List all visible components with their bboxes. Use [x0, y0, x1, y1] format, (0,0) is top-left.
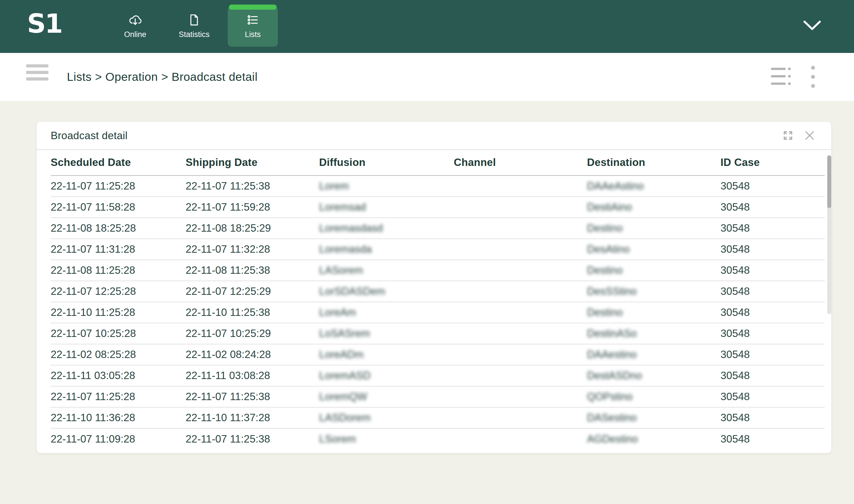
cell-scheduled: 22-11-08 18:25:28: [51, 222, 185, 234]
cell-id-case: 30548: [720, 201, 825, 213]
column-header-channel[interactable]: Channel: [454, 157, 587, 168]
chevron-down-icon[interactable]: [803, 19, 821, 32]
nav-label: Statistics: [179, 30, 210, 39]
nav-label: Lists: [245, 30, 261, 39]
cell-diffusion: Loremasda: [319, 243, 454, 255]
cell-diffusion: LASDorem: [319, 412, 454, 424]
cell-diffusion: LoreADm: [319, 348, 454, 361]
cell-diffusion: LorSDASDem: [319, 285, 454, 298]
table-row[interactable]: 22-11-08 11:25:2822-11-08 11:25:38LASore…: [51, 260, 825, 281]
cell-scheduled: 22-11-07 11:25:28: [51, 391, 185, 403]
menu-toggle-button[interactable]: [26, 64, 48, 84]
cell-id-case: 30548: [720, 180, 825, 192]
table-row[interactable]: 22-11-07 11:25:2822-11-07 11:25:38LoremD…: [51, 176, 825, 197]
cell-id-case: 30548: [720, 391, 825, 403]
cell-scheduled: 22-11-07 11:58:28: [51, 201, 185, 213]
cell-scheduled: 22-11-07 11:09:28: [51, 433, 185, 445]
column-header-scheduled-date[interactable]: Scheduled Date: [51, 157, 185, 168]
cell-id-case: 30548: [720, 412, 825, 424]
cell-id-case: 30548: [720, 348, 825, 361]
cell-scheduled: 22-11-07 10:25:28: [51, 327, 185, 340]
column-header-diffusion[interactable]: Diffusion: [319, 157, 454, 168]
expand-icon[interactable]: [782, 129, 794, 141]
table-row[interactable]: 22-11-11 03:05:2822-11-11 03:08:28LoremA…: [51, 365, 825, 386]
cell-scheduled: 22-11-07 11:31:28: [51, 243, 185, 255]
column-header-destination[interactable]: Destination: [587, 157, 720, 168]
cell-diffusion: LoSASrem: [319, 327, 454, 340]
list-icon: [246, 13, 260, 27]
table-row[interactable]: 22-11-10 11:36:2822-11-10 11:37:28LASDor…: [51, 408, 825, 429]
table-row[interactable]: 22-11-02 08:25:2822-11-02 08:24:28LoreAD…: [51, 344, 825, 365]
cell-shipping: 22-11-07 12:25:29: [185, 285, 319, 298]
column-header-shipping-date[interactable]: Shipping Date: [185, 157, 319, 168]
cell-shipping: 22-11-11 03:08:28: [185, 370, 319, 382]
cell-shipping: 22-11-07 11:59:28: [185, 201, 319, 213]
cell-id-case: 30548: [720, 285, 825, 298]
cell-id-case: 30548: [720, 222, 825, 234]
panel-title: Broadcast detail: [51, 130, 127, 142]
table-header-row: Scheduled Date Shipping Date Diffusion C…: [51, 150, 825, 176]
cell-diffusion: LoremASD: [319, 370, 454, 382]
cell-diffusion: LSorem: [319, 433, 454, 445]
cell-destination: DestASDno: [587, 370, 720, 382]
broadcast-table: Scheduled Date Shipping Date Diffusion C…: [37, 150, 831, 450]
cell-id-case: 30548: [720, 433, 825, 445]
cell-shipping: 22-11-07 11:32:28: [185, 243, 319, 255]
document-icon: [187, 13, 201, 27]
more-options-kebab-button[interactable]: [811, 65, 815, 89]
cell-destination: QOPstino: [587, 391, 720, 403]
cell-id-case: 30548: [720, 370, 825, 382]
cell-shipping: 22-11-10 11:25:38: [185, 306, 319, 319]
nav-label: Online: [124, 30, 146, 39]
breadcrumb-bar: Lists > Operation > Broadcast detail: [0, 53, 854, 101]
main-content: Broadcast detail Scheduled Date Shipping…: [0, 101, 854, 504]
active-tab-indicator: [229, 4, 277, 10]
cell-scheduled: 22-11-10 11:36:28: [51, 412, 185, 424]
cell-scheduled: 22-11-02 08:25:28: [51, 348, 185, 361]
cell-destination: Destino: [587, 222, 720, 234]
cell-destination: DAAestino: [587, 348, 720, 361]
panel-header: Broadcast detail: [37, 122, 831, 150]
cell-destination: AGDestino: [587, 433, 720, 445]
table-row[interactable]: 22-11-07 11:09:2822-11-07 11:25:38LSorem…: [51, 429, 825, 450]
cell-destination: Destino: [587, 264, 720, 276]
cell-scheduled: 22-11-08 11:25:28: [51, 264, 185, 276]
cell-diffusion: Lorem: [319, 180, 454, 192]
cell-id-case: 30548: [720, 243, 825, 255]
cell-shipping: 22-11-07 11:25:38: [185, 433, 319, 445]
table-body: 22-11-07 11:25:2822-11-07 11:25:38LoremD…: [37, 176, 831, 450]
cell-shipping: 22-11-07 11:25:38: [185, 180, 319, 192]
cell-diffusion: Loremasdasd: [319, 222, 454, 234]
cell-destination: DestiAino: [587, 201, 720, 213]
table-row[interactable]: 22-11-10 11:25:2822-11-10 11:25:38LoreAm…: [51, 302, 825, 323]
cell-shipping: 22-11-02 08:24:28: [185, 348, 319, 361]
cell-id-case: 30548: [720, 264, 825, 276]
cell-diffusion: LASorem: [319, 264, 454, 276]
cell-destination: DAAeAstino: [587, 180, 720, 192]
table-row[interactable]: 22-11-07 10:25:2822-11-07 10:25:29LoSASr…: [51, 323, 825, 344]
cell-shipping: 22-11-10 11:37:28: [185, 412, 319, 424]
scrollbar-thumb[interactable]: [827, 156, 831, 208]
cell-diffusion: Loremsad: [319, 201, 454, 213]
nav-item-lists[interactable]: Lists: [228, 6, 278, 47]
table-row[interactable]: 22-11-07 11:25:2822-11-07 11:25:38LoremQ…: [51, 386, 825, 408]
column-header-id-case[interactable]: ID Case: [720, 157, 825, 168]
cell-destination: DASestino: [587, 412, 720, 424]
nav-item-online[interactable]: Online: [110, 6, 160, 47]
close-icon[interactable]: [804, 129, 816, 141]
app-logo[interactable]: S1: [27, 8, 62, 39]
cell-destination: DestinASo: [587, 327, 720, 340]
table-row[interactable]: 22-11-07 11:31:2822-11-07 11:32:28Lorema…: [51, 239, 825, 260]
table-scrollbar[interactable]: [827, 156, 831, 314]
cell-shipping: 22-11-08 11:25:38: [185, 264, 319, 276]
cell-diffusion: LoremQW: [319, 391, 454, 403]
table-row[interactable]: 22-11-08 18:25:2822-11-08 18:25:29Lorema…: [51, 218, 825, 239]
list-view-settings-button[interactable]: [770, 66, 793, 88]
cell-scheduled: 22-11-11 03:05:28: [51, 370, 185, 382]
cell-shipping: 22-11-08 18:25:29: [185, 222, 319, 234]
table-row[interactable]: 22-11-07 12:25:2822-11-07 12:25:29LorSDA…: [51, 281, 825, 302]
table-row[interactable]: 22-11-07 11:58:2822-11-07 11:59:28Lorems…: [51, 197, 825, 218]
top-header: S1 Online Statistics Lists: [0, 0, 854, 53]
breadcrumb[interactable]: Lists > Operation > Broadcast detail: [67, 53, 257, 101]
nav-item-statistics[interactable]: Statistics: [169, 6, 219, 47]
